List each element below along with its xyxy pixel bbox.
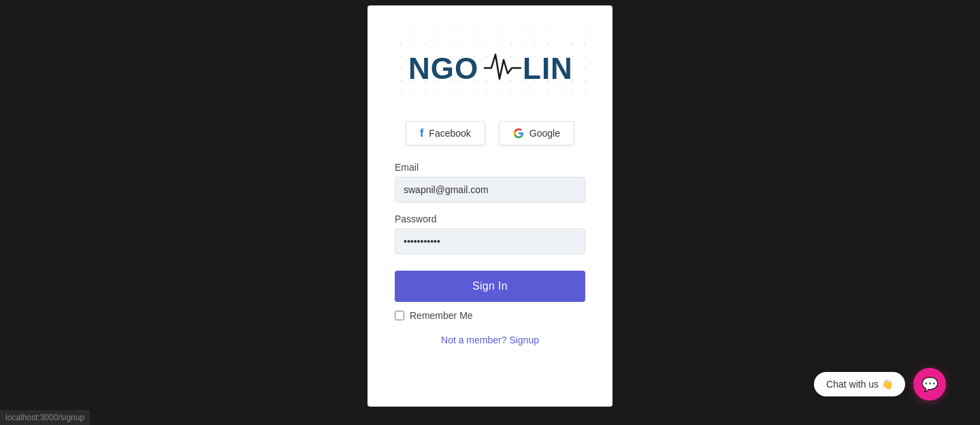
chat-button[interactable]: 💬	[913, 368, 946, 401]
google-label: Google	[529, 128, 560, 139]
remember-me-checkbox[interactable]	[395, 311, 404, 320]
password-group: Password	[395, 214, 585, 254]
password-input[interactable]	[395, 228, 585, 254]
signup-link[interactable]: Not a member? Signup	[441, 335, 539, 345]
email-label: Email	[395, 162, 585, 173]
chat-widget: Chat with us 👋 💬	[814, 368, 946, 401]
logo-area: NGO LINE	[395, 26, 585, 101]
email-input[interactable]	[395, 177, 585, 203]
logo-svg: NGO LINE	[408, 39, 572, 94]
password-label: Password	[395, 214, 585, 224]
social-buttons: f Facebook Google	[395, 121, 585, 146]
chat-icon: 💬	[921, 376, 938, 392]
facebook-label: Facebook	[429, 128, 470, 139]
google-icon	[513, 128, 524, 139]
remember-me-label[interactable]: Remember Me	[410, 310, 473, 321]
login-card: NGO LINE f Facebook Google Email Passwor…	[368, 5, 612, 407]
chat-bubble: Chat with us 👋	[814, 372, 905, 396]
status-text: localhost:3000/signup	[5, 413, 84, 422]
remember-me-group: Remember Me	[395, 310, 585, 321]
facebook-icon: f	[420, 127, 423, 139]
status-bar: localhost:3000/signup	[0, 410, 90, 425]
facebook-button[interactable]: f Facebook	[406, 121, 485, 146]
signin-button[interactable]: Sign In	[395, 271, 585, 302]
email-group: Email	[395, 162, 585, 203]
google-button[interactable]: Google	[499, 121, 574, 146]
svg-text:NGO: NGO	[408, 52, 478, 85]
svg-text:LINE: LINE	[523, 52, 572, 85]
